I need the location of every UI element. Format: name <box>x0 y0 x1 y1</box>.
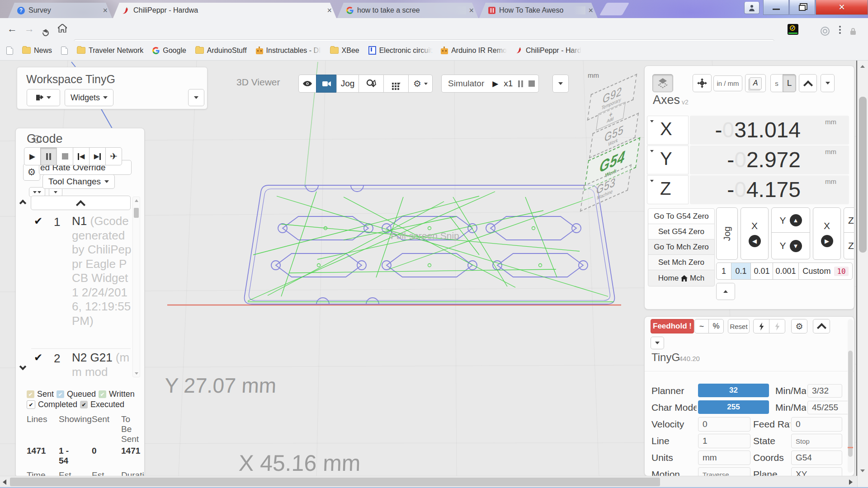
gcode-list-top-button[interactable] <box>31 196 131 210</box>
scrollbar-thumb[interactable] <box>859 97 867 253</box>
horizontal-scrollbar[interactable] <box>0 476 857 487</box>
x-axis-value-box[interactable]: mm -031.014 <box>690 116 849 145</box>
disconnect-button[interactable] <box>769 319 785 333</box>
scrollbar-thumb[interactable] <box>848 351 853 457</box>
axes-widget-button[interactable] <box>652 74 673 92</box>
tinyg-expand-button[interactable] <box>813 319 830 333</box>
scrollbar-thumb[interactable] <box>10 478 660 486</box>
workspace-collapse-button[interactable] <box>188 89 204 106</box>
scrollbar-thumb[interactable] <box>134 208 139 218</box>
bookmark-folder-arduino[interactable]: ArduinoStuff <box>195 47 247 55</box>
feedhold-button[interactable]: Feedhold ! <box>651 319 694 333</box>
queue-flush-button[interactable]: % <box>708 319 724 333</box>
pause-button[interactable] <box>40 147 57 165</box>
grid-options-button[interactable] <box>383 75 409 93</box>
lock-extension-icon[interactable] <box>850 31 856 35</box>
jog-z-plus-button[interactable]: Z <box>844 207 854 233</box>
bookmark-arduino-ir[interactable]: Arduino IR Remo <box>441 47 507 55</box>
stop-icon[interactable] <box>528 80 535 87</box>
norton-extension-icon[interactable] <box>788 24 798 35</box>
connect-button[interactable] <box>753 319 769 333</box>
scroll-up-chevron-icon[interactable] <box>19 200 27 207</box>
bookmark-circuit[interactable]: Electronic circuit <box>368 46 432 55</box>
bookmark-page[interactable] <box>61 47 68 55</box>
workspace-export-button[interactable] <box>27 89 60 106</box>
jog-mode-button[interactable]: Jog <box>336 75 359 93</box>
reload-icon[interactable] <box>41 28 50 37</box>
goto-mch-zero-button[interactable]: Go To Mch Zero <box>648 239 715 255</box>
scrollbar-down-icon[interactable] <box>860 469 865 472</box>
close-window-button[interactable]: ✕ <box>816 0 868 15</box>
back-icon[interactable]: ← <box>7 23 17 35</box>
panel-scrollbar[interactable] <box>848 319 853 473</box>
play-icon[interactable]: ▶ <box>492 79 498 89</box>
close-tab-icon[interactable]: × <box>469 6 474 14</box>
tab-chilipeppr[interactable]: ChiliPeppr - Hardwa × <box>113 3 336 18</box>
test-run-button[interactable]: ✈ <box>105 147 122 165</box>
step-0.1-button[interactable]: 0.1 <box>731 263 751 280</box>
tab-survey[interactable]: ? Survey × <box>8 3 112 18</box>
camera-view-button[interactable] <box>316 75 337 93</box>
step-0.001-button[interactable]: 0.001 <box>773 263 799 280</box>
tab-howto[interactable]: How To Take Aweso × <box>479 3 598 18</box>
bookmark-folder-xbee[interactable]: XBee <box>330 47 359 55</box>
play-button[interactable]: ▶ <box>24 147 41 165</box>
scrollbar-right-icon[interactable] <box>849 479 853 485</box>
zoom-pan-button[interactable] <box>359 75 384 93</box>
extension-icon[interactable] <box>821 27 830 36</box>
position-move-button[interactable] <box>693 74 712 92</box>
step-0.01-button[interactable]: 0.01 <box>750 263 773 280</box>
jog-y-plus-button[interactable]: Y ▲ <box>771 207 810 233</box>
scrollbar-down-icon[interactable] <box>135 372 138 375</box>
set-mch-zero-button[interactable]: Set Mch Zero <box>648 254 715 270</box>
scrollbar-left-icon[interactable] <box>3 479 6 485</box>
jog-z-minus-button[interactable]: Z <box>844 232 854 259</box>
minimize-button[interactable] <box>763 0 789 15</box>
y-axis-value-box[interactable]: mm -02.972 <box>690 145 849 174</box>
custom-value-badge[interactable]: 10 <box>834 267 848 276</box>
forward-icon[interactable]: → <box>24 23 34 35</box>
tool-changes-dropdown[interactable]: Tool Changes <box>42 174 115 189</box>
gcode-settings-button[interactable]: ⚙ <box>23 164 40 181</box>
pause-icon[interactable] <box>518 80 523 87</box>
tinyg-settings-button[interactable]: ⚙ <box>791 319 807 333</box>
resume-button[interactable]: ~ <box>694 319 709 333</box>
show-hide-button[interactable] <box>298 75 316 93</box>
goto-g54-zero-button[interactable]: Go To G54 Zero <box>648 208 715 224</box>
bookmark-instructables[interactable]: Instructables - DI <box>256 47 321 55</box>
skip-to-end-button[interactable]: ▶ <box>89 147 106 165</box>
step-1-button[interactable]: 1 <box>716 263 731 280</box>
size-large-button[interactable]: L <box>783 74 796 92</box>
viewer-collapse-button[interactable] <box>552 75 569 93</box>
z-axis-cell[interactable]: Z <box>647 175 689 204</box>
axes-expand-button[interactable] <box>799 74 817 92</box>
bookmark-google[interactable]: Google <box>152 47 186 55</box>
set-g54-zero-button[interactable]: Set G54 Zero <box>648 224 715 239</box>
bookmark-page[interactable] <box>6 47 13 55</box>
home-mch-button[interactable]: HomeMch <box>648 270 715 286</box>
jog-mode-toggle[interactable]: Jog <box>716 207 738 260</box>
bookmark-chilipeppr[interactable]: ChiliPeppr - Hard <box>516 47 581 55</box>
menu-icon[interactable] <box>839 26 841 28</box>
y-axis-cell[interactable]: Y <box>647 145 689 174</box>
axes-more-button[interactable] <box>716 283 735 300</box>
size-small-button[interactable]: s <box>770 74 783 92</box>
restore-button[interactable] <box>789 0 815 15</box>
vertical-scrollbar[interactable] <box>857 61 868 488</box>
bookmark-folder-news[interactable]: News <box>22 47 52 55</box>
jog-y-minus-button[interactable]: Y ▼ <box>771 232 810 259</box>
bookmark-folder-traveler[interactable]: Traveler Network <box>77 47 143 55</box>
profile-button[interactable] <box>744 2 760 14</box>
reset-button[interactable]: Reset <box>728 319 750 333</box>
gcode-list-scrollbar[interactable] <box>132 197 140 377</box>
z-axis-value-box[interactable]: mm -04.175 <box>690 175 849 204</box>
x-axis-cell[interactable]: X <box>647 116 689 145</box>
step-custom-button[interactable]: Custom 10 <box>798 263 853 280</box>
close-tab-icon[interactable]: × <box>103 6 108 14</box>
home-icon[interactable] <box>58 24 67 33</box>
annotation-3d-button[interactable]: A <box>745 74 766 92</box>
tinyg-collapse-button[interactable] <box>651 337 664 349</box>
widgets-dropdown[interactable]: Widgets <box>65 89 113 106</box>
new-tab-button[interactable] <box>599 3 629 15</box>
jog-x-plus-button[interactable]: X ▶ <box>813 207 841 260</box>
